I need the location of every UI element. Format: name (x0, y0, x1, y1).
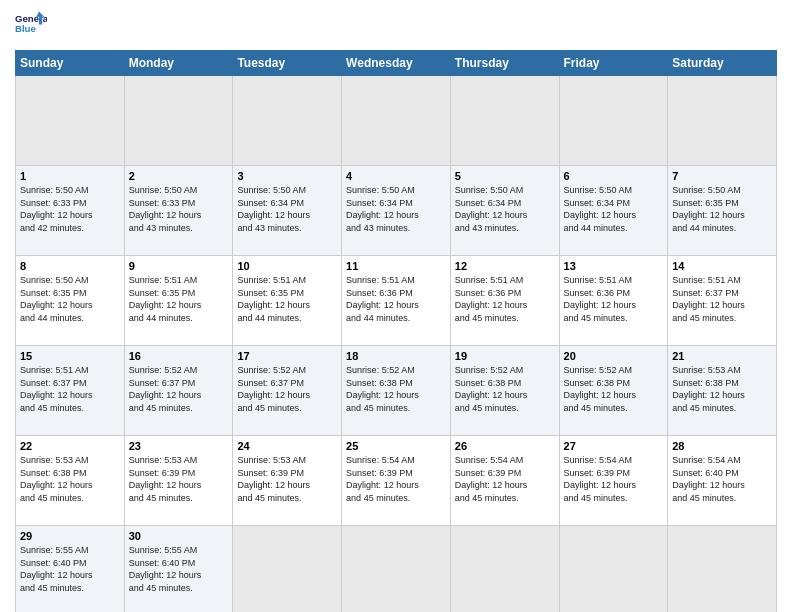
calendar-cell (450, 76, 559, 166)
day-info: Sunrise: 5:55 AMSunset: 6:40 PMDaylight:… (129, 544, 229, 594)
calendar-week-2: 8Sunrise: 5:50 AMSunset: 6:35 PMDaylight… (16, 256, 777, 346)
day-info: Sunrise: 5:54 AMSunset: 6:39 PMDaylight:… (346, 454, 446, 504)
day-number: 23 (129, 440, 229, 452)
day-info: Sunrise: 5:51 AMSunset: 6:36 PMDaylight:… (564, 274, 664, 324)
calendar-cell: 13Sunrise: 5:51 AMSunset: 6:36 PMDayligh… (559, 256, 668, 346)
day-info: Sunrise: 5:50 AMSunset: 6:35 PMDaylight:… (20, 274, 120, 324)
calendar-cell (668, 526, 777, 613)
day-number: 25 (346, 440, 446, 452)
calendar-week-3: 15Sunrise: 5:51 AMSunset: 6:37 PMDayligh… (16, 346, 777, 436)
calendar-cell (559, 76, 668, 166)
calendar-cell: 21Sunrise: 5:53 AMSunset: 6:38 PMDayligh… (668, 346, 777, 436)
calendar-cell: 22Sunrise: 5:53 AMSunset: 6:38 PMDayligh… (16, 436, 125, 526)
day-header-saturday: Saturday (668, 51, 777, 76)
day-header-sunday: Sunday (16, 51, 125, 76)
calendar-cell: 26Sunrise: 5:54 AMSunset: 6:39 PMDayligh… (450, 436, 559, 526)
page: GeneralBlue SundayMondayTuesdayWednesday… (0, 0, 792, 612)
calendar-cell: 23Sunrise: 5:53 AMSunset: 6:39 PMDayligh… (124, 436, 233, 526)
day-info: Sunrise: 5:53 AMSunset: 6:39 PMDaylight:… (129, 454, 229, 504)
calendar-cell: 30Sunrise: 5:55 AMSunset: 6:40 PMDayligh… (124, 526, 233, 613)
calendar-cell: 25Sunrise: 5:54 AMSunset: 6:39 PMDayligh… (342, 436, 451, 526)
day-number: 12 (455, 260, 555, 272)
day-header-tuesday: Tuesday (233, 51, 342, 76)
day-number: 2 (129, 170, 229, 182)
day-number: 17 (237, 350, 337, 362)
day-number: 9 (129, 260, 229, 272)
logo-icon: GeneralBlue (15, 10, 47, 42)
calendar-cell: 6Sunrise: 5:50 AMSunset: 6:34 PMDaylight… (559, 166, 668, 256)
day-info: Sunrise: 5:52 AMSunset: 6:37 PMDaylight:… (129, 364, 229, 414)
calendar-cell: 18Sunrise: 5:52 AMSunset: 6:38 PMDayligh… (342, 346, 451, 436)
calendar-week-1: 1Sunrise: 5:50 AMSunset: 6:33 PMDaylight… (16, 166, 777, 256)
calendar-cell: 29Sunrise: 5:55 AMSunset: 6:40 PMDayligh… (16, 526, 125, 613)
day-number: 30 (129, 530, 229, 542)
day-info: Sunrise: 5:53 AMSunset: 6:38 PMDaylight:… (672, 364, 772, 414)
day-info: Sunrise: 5:51 AMSunset: 6:37 PMDaylight:… (672, 274, 772, 324)
day-info: Sunrise: 5:51 AMSunset: 6:35 PMDaylight:… (129, 274, 229, 324)
calendar-cell (16, 76, 125, 166)
day-number: 3 (237, 170, 337, 182)
calendar-cell: 16Sunrise: 5:52 AMSunset: 6:37 PMDayligh… (124, 346, 233, 436)
calendar-cell: 1Sunrise: 5:50 AMSunset: 6:33 PMDaylight… (16, 166, 125, 256)
calendar-cell: 9Sunrise: 5:51 AMSunset: 6:35 PMDaylight… (124, 256, 233, 346)
day-number: 20 (564, 350, 664, 362)
calendar-cell: 19Sunrise: 5:52 AMSunset: 6:38 PMDayligh… (450, 346, 559, 436)
day-info: Sunrise: 5:50 AMSunset: 6:34 PMDaylight:… (455, 184, 555, 234)
calendar-cell: 2Sunrise: 5:50 AMSunset: 6:33 PMDaylight… (124, 166, 233, 256)
day-info: Sunrise: 5:51 AMSunset: 6:36 PMDaylight:… (346, 274, 446, 324)
header: GeneralBlue (15, 10, 777, 42)
calendar-cell: 4Sunrise: 5:50 AMSunset: 6:34 PMDaylight… (342, 166, 451, 256)
day-info: Sunrise: 5:51 AMSunset: 6:37 PMDaylight:… (20, 364, 120, 414)
day-number: 19 (455, 350, 555, 362)
calendar-cell: 24Sunrise: 5:53 AMSunset: 6:39 PMDayligh… (233, 436, 342, 526)
day-header-monday: Monday (124, 51, 233, 76)
day-number: 21 (672, 350, 772, 362)
calendar-cell: 12Sunrise: 5:51 AMSunset: 6:36 PMDayligh… (450, 256, 559, 346)
day-info: Sunrise: 5:52 AMSunset: 6:38 PMDaylight:… (346, 364, 446, 414)
calendar-week-5: 29Sunrise: 5:55 AMSunset: 6:40 PMDayligh… (16, 526, 777, 613)
day-info: Sunrise: 5:52 AMSunset: 6:38 PMDaylight:… (455, 364, 555, 414)
calendar-cell (342, 526, 451, 613)
day-info: Sunrise: 5:50 AMSunset: 6:34 PMDaylight:… (564, 184, 664, 234)
day-number: 6 (564, 170, 664, 182)
calendar-cell (668, 76, 777, 166)
calendar-cell: 27Sunrise: 5:54 AMSunset: 6:39 PMDayligh… (559, 436, 668, 526)
day-info: Sunrise: 5:50 AMSunset: 6:34 PMDaylight:… (346, 184, 446, 234)
day-info: Sunrise: 5:54 AMSunset: 6:39 PMDaylight:… (455, 454, 555, 504)
day-info: Sunrise: 5:55 AMSunset: 6:40 PMDaylight:… (20, 544, 120, 594)
day-number: 13 (564, 260, 664, 272)
day-number: 16 (129, 350, 229, 362)
calendar-week-4: 22Sunrise: 5:53 AMSunset: 6:38 PMDayligh… (16, 436, 777, 526)
day-number: 5 (455, 170, 555, 182)
day-info: Sunrise: 5:52 AMSunset: 6:38 PMDaylight:… (564, 364, 664, 414)
calendar-cell: 7Sunrise: 5:50 AMSunset: 6:35 PMDaylight… (668, 166, 777, 256)
day-number: 1 (20, 170, 120, 182)
calendar-cell: 14Sunrise: 5:51 AMSunset: 6:37 PMDayligh… (668, 256, 777, 346)
day-info: Sunrise: 5:50 AMSunset: 6:33 PMDaylight:… (129, 184, 229, 234)
calendar-header-row: SundayMondayTuesdayWednesdayThursdayFrid… (16, 51, 777, 76)
day-info: Sunrise: 5:53 AMSunset: 6:39 PMDaylight:… (237, 454, 337, 504)
calendar-table: SundayMondayTuesdayWednesdayThursdayFrid… (15, 50, 777, 612)
calendar-cell: 15Sunrise: 5:51 AMSunset: 6:37 PMDayligh… (16, 346, 125, 436)
calendar-cell (233, 76, 342, 166)
day-info: Sunrise: 5:51 AMSunset: 6:36 PMDaylight:… (455, 274, 555, 324)
logo: GeneralBlue (15, 10, 47, 42)
day-number: 11 (346, 260, 446, 272)
day-header-wednesday: Wednesday (342, 51, 451, 76)
day-info: Sunrise: 5:50 AMSunset: 6:35 PMDaylight:… (672, 184, 772, 234)
day-info: Sunrise: 5:51 AMSunset: 6:35 PMDaylight:… (237, 274, 337, 324)
calendar-cell: 5Sunrise: 5:50 AMSunset: 6:34 PMDaylight… (450, 166, 559, 256)
calendar-cell: 10Sunrise: 5:51 AMSunset: 6:35 PMDayligh… (233, 256, 342, 346)
calendar-cell: 17Sunrise: 5:52 AMSunset: 6:37 PMDayligh… (233, 346, 342, 436)
calendar-cell (233, 526, 342, 613)
day-info: Sunrise: 5:53 AMSunset: 6:38 PMDaylight:… (20, 454, 120, 504)
calendar-cell (559, 526, 668, 613)
calendar-cell (342, 76, 451, 166)
calendar-cell: 8Sunrise: 5:50 AMSunset: 6:35 PMDaylight… (16, 256, 125, 346)
day-number: 27 (564, 440, 664, 452)
day-number: 24 (237, 440, 337, 452)
day-number: 29 (20, 530, 120, 542)
calendar-cell: 28Sunrise: 5:54 AMSunset: 6:40 PMDayligh… (668, 436, 777, 526)
day-header-thursday: Thursday (450, 51, 559, 76)
day-number: 18 (346, 350, 446, 362)
